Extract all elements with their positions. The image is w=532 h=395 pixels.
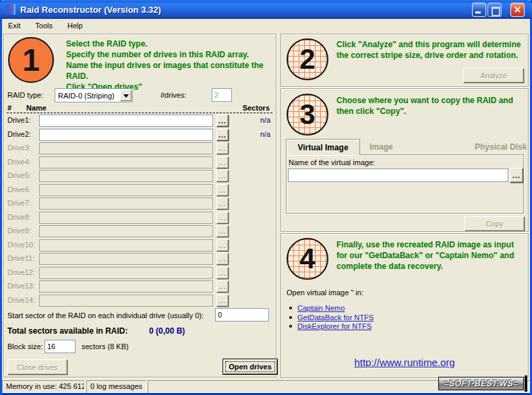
open-drives-button[interactable]: Open drives xyxy=(223,359,278,375)
badge-edge-bar xyxy=(525,375,527,392)
block-size-label: Block size: xyxy=(7,342,43,351)
drive-label: Drive10: xyxy=(7,241,35,249)
menu-help[interactable]: Help xyxy=(67,22,83,30)
app-icon xyxy=(5,4,17,15)
drive-row: Drive14: ... xyxy=(4,294,277,307)
drive-row: Drive2: ... n/a xyxy=(4,128,277,142)
drives-count-input[interactable] xyxy=(212,88,232,102)
drive-row: Drive5: ... xyxy=(4,169,277,183)
drive-row: Drive8: ... xyxy=(4,211,277,224)
tab-physical-disk[interactable]: Physical Disk xyxy=(475,142,527,152)
raid-type-value: RAID-0 (Striping) xyxy=(55,92,120,100)
start-sector-input[interactable] xyxy=(215,308,269,322)
drive-name-input xyxy=(39,225,213,237)
drive-label: Drive3: xyxy=(7,144,31,152)
browse-drive-button: ... xyxy=(216,170,229,182)
drive-sectors-value: n/a xyxy=(260,116,270,124)
drive-name-input xyxy=(39,239,213,251)
drive-name-input[interactable] xyxy=(39,129,213,141)
browse-drive-button: ... xyxy=(216,267,229,279)
browse-drive-button: ... xyxy=(216,225,229,237)
drive-name-input xyxy=(39,156,213,169)
browse-drive-button: ... xyxy=(216,212,229,224)
drive-row: Drive6: ... xyxy=(4,183,277,197)
analyze-button[interactable]: Analyze xyxy=(463,68,524,83)
recovery-link[interactable]: GetDataBack for NTFS xyxy=(297,313,374,322)
drive-label: Drive6: xyxy=(7,185,31,193)
drive-row: Drive7: ... xyxy=(4,197,277,210)
virtual-image-name-label: Name of the virtual image: xyxy=(289,158,375,166)
minimize-button[interactable] xyxy=(472,3,486,17)
browse-drive-button: ... xyxy=(216,198,229,210)
virtual-image-name-input[interactable] xyxy=(288,169,508,182)
drive-name-input xyxy=(39,142,213,154)
drive-label: Drive12: xyxy=(7,268,35,276)
drive-row: Drive11: ... xyxy=(4,252,277,266)
step4-panel: 4 Finally, use the recreated RAID image … xyxy=(280,233,529,378)
drive-row: Drive4: ... xyxy=(4,156,277,169)
drive-name-input xyxy=(39,280,213,293)
copy-button[interactable]: Copy xyxy=(465,216,525,231)
status-memory: Memory in use: 425 612 xyxy=(2,380,85,393)
col-header-sectors: Sectors xyxy=(243,104,270,112)
drive-label: Drive9: xyxy=(7,226,31,235)
raid-type-label: RAID type: xyxy=(7,91,43,99)
drive-label: Drive13: xyxy=(7,282,35,290)
step3-instructions: Choose where you want to copy the RAID a… xyxy=(336,95,523,117)
maximize-button[interactable] xyxy=(487,3,502,17)
tab-image[interactable]: Image xyxy=(370,142,393,152)
drive-name-input xyxy=(39,212,213,224)
menu-bar: Exit Tools Help xyxy=(2,19,530,32)
recovery-link[interactable]: DiskExplorer for NTFS xyxy=(297,322,372,330)
total-sectors-label: Total sectors available in RAID: xyxy=(7,326,128,336)
drive-label: Drive2: xyxy=(7,130,31,138)
open-virtual-image-label: Open virtual image " in: xyxy=(287,288,363,297)
step2-panel: 2 Click "Analyze" and this program will … xyxy=(280,34,529,87)
runtime-website-link[interactable]: http://www.runtime.org xyxy=(281,357,528,368)
block-size-input[interactable] xyxy=(45,340,76,353)
drives-count-label: #drives: xyxy=(160,91,187,99)
drive-name-input[interactable] xyxy=(39,115,213,127)
browse-drive-button: ... xyxy=(216,253,229,265)
step1-instruction-line: Name the input drives or images that con… xyxy=(66,60,275,82)
status-log-messages: 0 log messages xyxy=(86,380,146,393)
drive-name-input xyxy=(39,184,213,196)
close-button[interactable] xyxy=(510,3,525,17)
header-divider xyxy=(7,113,272,113)
browse-drive-button: ... xyxy=(216,239,229,251)
drive-label: Drive1: xyxy=(7,116,31,124)
start-sector-label: Start sector of the RAID on each individ… xyxy=(7,311,204,320)
drive-row: Drive12: ... xyxy=(4,266,277,280)
virtual-image-tabpage: Name of the virtual image: ... xyxy=(286,154,524,214)
step3-panel: 3 Choose where you want to copy the RAID… xyxy=(280,88,529,232)
total-sectors-value: 0 (0,00 B) xyxy=(149,326,185,336)
step2-number-badge: 2 xyxy=(287,38,328,80)
chevron-down-icon[interactable] xyxy=(120,90,131,101)
close-drives-button[interactable]: Close drives xyxy=(7,359,67,375)
tab-virtual-image[interactable]: Virtual Image xyxy=(286,139,360,155)
step1-instructions: Select the RAID type. Specify the number… xyxy=(66,38,275,92)
block-size-suffix: sectors (8 KB) xyxy=(82,342,129,351)
title-bar[interactable]: Raid Reconstructor (Version 3.32) xyxy=(0,0,532,19)
browse-drive-button: ... xyxy=(216,156,229,169)
drive-row: Drive1: ... n/a xyxy=(4,114,277,127)
window-title: Raid Reconstructor (Version 3.32) xyxy=(20,5,161,15)
drive-label: Drive14: xyxy=(7,296,35,304)
step1-panel: 1 Select the RAID type. Specify the numb… xyxy=(3,34,276,377)
browse-drive-button[interactable]: ... xyxy=(216,129,229,141)
step1-instruction-line: Select the RAID type. xyxy=(66,38,275,49)
drive-name-input xyxy=(39,170,213,182)
browse-drive-button[interactable]: ... xyxy=(216,115,229,127)
drive-label: Drive8: xyxy=(7,213,31,221)
drive-name-input xyxy=(39,295,213,307)
app-window: Raid Reconstructor (Version 3.32) Exit T… xyxy=(0,0,532,395)
browse-virtual-image-button[interactable]: ... xyxy=(510,168,523,183)
menu-tools[interactable]: Tools xyxy=(35,22,53,30)
drive-label: Drive5: xyxy=(7,171,31,179)
drive-name-input xyxy=(39,198,213,210)
step4-instructions: Finally, use the recreated RAID image as… xyxy=(336,239,525,272)
step1-instruction-line: Specify the number of drives in this RAI… xyxy=(66,49,275,60)
recovery-link[interactable]: Captain Nemo xyxy=(297,304,345,312)
menu-exit[interactable]: Exit xyxy=(8,22,20,30)
raid-type-select[interactable]: RAID-0 (Striping) xyxy=(55,88,133,102)
